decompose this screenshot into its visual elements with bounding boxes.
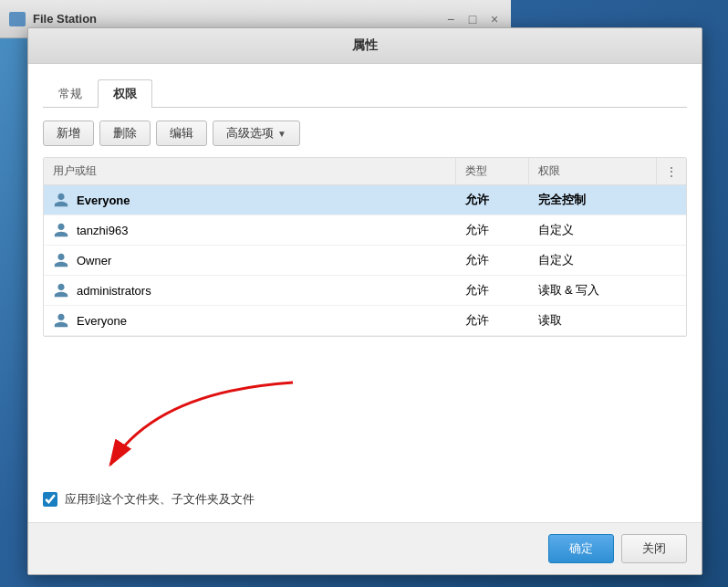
table-body: Everyone 允许完全控制 tanzhi963 允许自定义 Owner 允许…	[44, 185, 686, 336]
cell-user: Everyone	[44, 185, 456, 215]
apply-label[interactable]: 应用到这个文件夹、子文件夹及文件	[65, 491, 255, 508]
footer-area: 应用到这个文件夹、子文件夹及文件	[28, 480, 702, 522]
properties-dialog: 属性 常规 权限 新增 删除 编辑 高级选项 ▼	[27, 27, 702, 575]
maximize-button[interactable]: □	[465, 12, 480, 26]
cell-permission: 自定义	[529, 215, 657, 246]
user-icon	[53, 252, 69, 268]
cell-permission: 完全控制	[529, 185, 657, 215]
app-icon	[9, 12, 26, 26]
permissions-table: 用户或组 类型 权限 ⋮	[44, 158, 686, 336]
app-title: File Station	[33, 12, 97, 26]
cell-type: 允许	[456, 185, 529, 215]
table-row[interactable]: tanzhi963 允许自定义	[44, 215, 686, 246]
table-header: 用户或组 类型 权限 ⋮	[44, 158, 686, 185]
user-icon	[53, 282, 69, 299]
permissions-toolbar: 新增 删除 编辑 高级选项 ▼	[43, 121, 687, 146]
cell-more	[657, 185, 687, 215]
header-user-group: 用户或组	[44, 158, 456, 185]
tab-general[interactable]: 常规	[43, 79, 98, 108]
cell-more	[657, 215, 687, 246]
cell-more	[657, 306, 687, 336]
cell-user: Owner	[44, 246, 456, 276]
cell-user: tanzhi963	[44, 215, 456, 246]
table-row[interactable]: administrators 允许读取 & 写入	[44, 276, 686, 306]
window-controls: − □ ×	[443, 12, 502, 26]
apply-checkbox[interactable]	[43, 492, 57, 507]
apply-checkbox-row: 应用到这个文件夹、子文件夹及文件	[43, 491, 687, 508]
minimize-button[interactable]: −	[443, 12, 458, 26]
edit-button[interactable]: 编辑	[156, 121, 207, 146]
header-permission: 权限	[529, 158, 657, 185]
dialog-footer: 确定 关闭	[28, 522, 702, 574]
cell-more	[657, 246, 687, 276]
cell-permission: 自定义	[529, 246, 657, 276]
table-row[interactable]: Everyone 允许完全控制	[44, 185, 686, 215]
user-icon	[53, 222, 69, 238]
header-more: ⋮	[657, 158, 687, 185]
dialog-title: 属性	[28, 28, 702, 64]
cell-user: Everyone	[44, 306, 456, 336]
permissions-table-wrapper: 用户或组 类型 权限 ⋮	[43, 157, 687, 337]
user-icon	[53, 192, 69, 208]
more-icon: ⋮	[666, 165, 677, 178]
dropdown-arrow-icon: ▼	[277, 129, 286, 139]
cell-permission: 读取	[529, 306, 657, 336]
cell-type: 允许	[456, 246, 529, 276]
user-icon	[53, 312, 69, 329]
tab-bar: 常规 权限	[43, 79, 687, 108]
table-row[interactable]: Owner 允许自定义	[44, 246, 686, 276]
advanced-options-button[interactable]: 高级选项 ▼	[213, 121, 300, 146]
cell-permission: 读取 & 写入	[529, 276, 657, 306]
cell-type: 允许	[456, 306, 529, 336]
cell-type: 允许	[456, 276, 529, 306]
dialog-body: 常规 权限 新增 删除 编辑 高级选项 ▼	[28, 64, 702, 480]
close-button-footer[interactable]: 关闭	[621, 534, 687, 563]
close-button[interactable]: ×	[487, 12, 502, 26]
cell-user: administrators	[44, 276, 456, 306]
add-button[interactable]: 新增	[43, 121, 94, 146]
cell-type: 允许	[456, 215, 529, 246]
cell-more	[657, 276, 687, 306]
confirm-button[interactable]: 确定	[548, 534, 614, 563]
delete-button[interactable]: 删除	[99, 121, 151, 146]
tab-permissions[interactable]: 权限	[98, 79, 152, 108]
header-type: 类型	[456, 158, 529, 185]
table-row[interactable]: Everyone 允许读取	[44, 306, 686, 336]
